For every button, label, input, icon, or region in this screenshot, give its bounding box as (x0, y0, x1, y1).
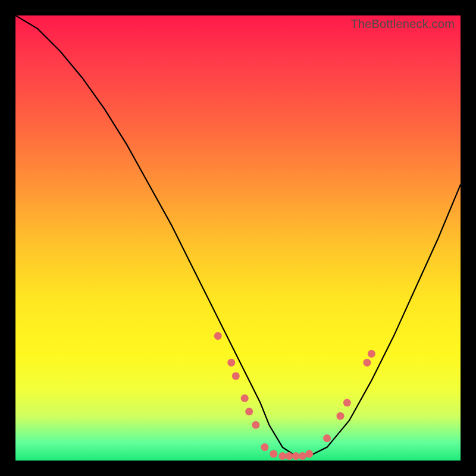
plot-area: TheBottleneck.com (15, 15, 461, 461)
curve-marker (241, 394, 249, 402)
curve-marker (305, 450, 313, 458)
curve-marker (337, 412, 345, 420)
curve-marker (214, 332, 222, 340)
curve-marker (363, 359, 371, 367)
curve-marker (343, 399, 351, 406)
curve-marker (252, 421, 259, 429)
curve-layer (15, 15, 461, 461)
curve-marker (245, 408, 253, 415)
curve-marker (261, 443, 268, 451)
curve-marker (292, 452, 300, 460)
bottleneck-curve (15, 15, 461, 456)
curve-marker (368, 350, 375, 358)
curve-marker (286, 452, 293, 460)
curve-marker (278, 452, 286, 460)
curve-marker (299, 452, 306, 460)
curve-marker (323, 434, 331, 442)
chart-frame: TheBottleneck.com (0, 0, 476, 476)
watermark-text: TheBottleneck.com (350, 17, 455, 31)
curve-marker (227, 359, 235, 367)
curve-markers (214, 332, 375, 460)
curve-marker (270, 450, 277, 458)
curve-marker (232, 372, 240, 380)
